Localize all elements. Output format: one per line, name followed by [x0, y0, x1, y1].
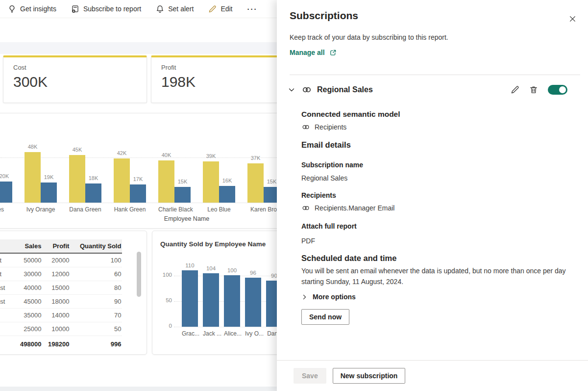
bar-group[interactable]: 40K15K: [158, 160, 191, 203]
bar-value-label: 96: [250, 270, 256, 276]
manage-all-link[interactable]: Manage all: [290, 49, 337, 56]
bar[interactable]: 37K: [247, 163, 264, 203]
table-row[interactable]: ast400001500080: [0, 281, 122, 295]
cell: [0, 309, 19, 322]
table-header-row[interactable]: SalesProfitQuantity Sold: [0, 239, 122, 253]
cell: [0, 336, 19, 351]
edit-button[interactable]: Edit: [208, 5, 232, 13]
kpi-card-profit[interactable]: Profit 198K: [151, 55, 277, 103]
close-icon[interactable]: [565, 12, 579, 26]
get-insights-button[interactable]: Get insights: [8, 5, 56, 13]
quantity-sold-bar-chart[interactable]: Quantity Sold by Employee Name 050100 11…: [152, 231, 277, 355]
bar[interactable]: 40K: [158, 160, 174, 203]
bar-group[interactable]: 48K19K: [24, 152, 57, 203]
bar-value-label: 100: [227, 267, 237, 273]
subscription-enabled-toggle[interactable]: [548, 85, 567, 95]
chart-plot-area: 1101041009690: [182, 251, 277, 327]
sales-cost-bar-chart[interactable]: 20K48K19K45K18K42K17K40K15K39K16K37K15K …: [0, 113, 277, 229]
email-details-heading: Email details: [301, 140, 351, 150]
subscribe-report-icon: [71, 5, 79, 13]
bar-group[interactable]: 37K15K: [247, 163, 277, 203]
new-subscription-button[interactable]: New subscription: [333, 368, 406, 384]
bar[interactable]: 42K: [114, 158, 130, 203]
bar-group[interactable]: 42K17K: [114, 158, 146, 203]
bar[interactable]: 45K: [69, 155, 85, 203]
bar[interactable]: 104: [203, 273, 219, 327]
cell: 50000: [19, 253, 42, 267]
bar-value-label: 39K: [206, 153, 216, 159]
bar[interactable]: 18K: [85, 183, 101, 203]
manage-all-label: Manage all: [290, 49, 325, 56]
save-button[interactable]: Save: [294, 368, 326, 384]
bar[interactable]: 110: [182, 270, 198, 327]
chevron-down-icon[interactable]: [288, 86, 295, 94]
kpi-card-cost[interactable]: Cost 300K: [3, 55, 147, 103]
bar-group[interactable]: 20K: [0, 182, 12, 203]
table-row[interactable]: 250001000050: [0, 322, 122, 336]
set-alert-button-label: Set alert: [168, 5, 194, 13]
subscribe-to-report-button-label: Subscribe to report: [83, 5, 141, 13]
bar-value-label: 17K: [133, 176, 143, 182]
chart-category-axis: JonesIvy OrangeDana GreenHank GreenCharl…: [0, 206, 277, 213]
bar[interactable]: 39K: [203, 161, 219, 203]
chart-title: Quantity Sold by Employee Name: [160, 240, 266, 248]
edit-subscription-icon[interactable]: [511, 85, 519, 94]
more-options-label: More options: [313, 293, 356, 301]
category-label: Jones: [0, 206, 12, 213]
bar[interactable]: 48K: [24, 152, 41, 203]
scheduled-date-heading: Scheduled date and time: [301, 254, 396, 263]
table-row[interactable]: 350001400070: [0, 309, 122, 322]
cell: 15000: [42, 281, 70, 295]
table-row[interactable]: st5000020000100: [0, 253, 122, 267]
send-now-button[interactable]: Send now: [301, 309, 349, 325]
bar[interactable]: 16K: [219, 186, 235, 203]
bar[interactable]: 20K: [0, 182, 12, 203]
scheduled-date-text: You will be sent an email whenever the d…: [301, 266, 586, 287]
cell: ast: [0, 295, 19, 309]
cell: 45000: [19, 295, 42, 309]
cell: 100: [70, 253, 122, 267]
sales-table-visual[interactable]: SalesProfitQuantity Sold st5000020000100…: [0, 231, 147, 355]
report-background-band: [0, 42, 277, 54]
subscription-name-value: Regional Sales: [301, 174, 347, 182]
table-scrollbar[interactable]: [137, 252, 141, 297]
bar[interactable]: 100: [224, 275, 240, 327]
subscribe-to-report-button[interactable]: Subscribe to report: [71, 5, 141, 13]
bar[interactable]: 17K: [130, 184, 146, 203]
recipients-value: Recipients.Manager Email: [301, 204, 394, 212]
bar[interactable]: 15K: [174, 187, 191, 203]
more-options-expander[interactable]: More options: [301, 293, 356, 301]
bar[interactable]: 19K: [41, 182, 57, 203]
bar[interactable]: 90: [266, 281, 277, 327]
bar-group[interactable]: 39K16K: [203, 161, 235, 203]
panel-title: Subscriptions: [290, 10, 358, 22]
chart-x-axis-title: Employee Name: [49, 215, 277, 222]
subscription-name-label: Subscription name: [301, 161, 363, 169]
cell: 14000: [42, 309, 70, 322]
cell: [0, 322, 19, 336]
bar[interactable]: 96: [245, 278, 261, 327]
cell: 10000: [42, 322, 70, 336]
cell: 18000: [42, 295, 70, 309]
pencil-gold-icon: [208, 5, 217, 13]
subscription-row[interactable]: Regional Sales: [288, 81, 567, 98]
set-alert-button[interactable]: Set alert: [156, 5, 194, 13]
more-options-button[interactable]: ···: [247, 5, 258, 13]
category-label: Dana: [266, 330, 277, 337]
more-options-button-label: ···: [247, 5, 258, 13]
chart-gridline: [174, 327, 277, 327]
bar-value-label: 15K: [267, 179, 277, 184]
table-totals-row[interactable]: 498000198200996: [0, 336, 122, 351]
cell: 50: [70, 322, 122, 336]
table-row[interactable]: st300001200060: [0, 267, 122, 281]
data-table: SalesProfitQuantity Sold st5000020000100…: [0, 239, 122, 351]
kpi-value: 198K: [161, 74, 277, 90]
kpi-value: 300K: [13, 74, 137, 90]
bar-group[interactable]: 45K18K: [69, 155, 101, 203]
attach-full-report-value: PDF: [301, 237, 315, 245]
delete-subscription-icon[interactable]: [529, 85, 538, 94]
bar[interactable]: 15K: [264, 187, 277, 203]
table-row[interactable]: ast450001800090: [0, 295, 122, 309]
bar-value-label: 19K: [44, 174, 54, 180]
cell: 35000: [19, 309, 42, 322]
